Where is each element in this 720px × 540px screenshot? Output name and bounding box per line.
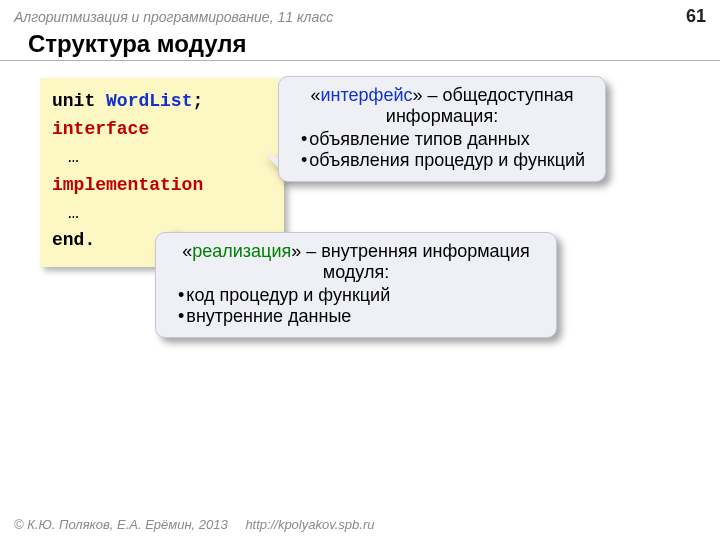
copyright-text: © К.Ю. Поляков, Е.А. Ерёмин, 2013 [14,517,228,532]
quote-open: « [311,85,321,105]
callout-interface: «интерфейс» – общедоступная информация: … [278,76,606,182]
module-name: WordList [106,91,192,111]
title-underline [0,60,720,61]
callout-interface-keyword: интерфейс [321,85,413,105]
keyword-interface: interface [52,116,272,144]
callout-impl-list: код процедур и функций внутренние данные [170,285,542,327]
slide-title: Структура модуля [28,30,246,58]
footer-link: http://kpolyakov.spb.ru [245,517,374,532]
callout-impl-keyword: реализация [192,241,291,261]
ellipsis-1: … [68,144,272,172]
callout-impl-lead: «реализация» – внутренняя информация мод… [170,241,542,283]
page-number: 61 [686,6,706,27]
callout-interface-list: объявление типов данных объявления проце… [293,129,591,171]
ellipsis-2: … [68,200,272,228]
quote-open: « [182,241,192,261]
callout-interface-lead: «интерфейс» – общедоступная информация: [293,85,591,127]
list-item: внутренние данные [178,306,542,327]
keyword-unit: unit [52,91,95,111]
list-item: код процедур и функций [178,285,542,306]
course-label: Алгоритмизация и программирование, 11 кл… [14,9,333,25]
callout-implementation: «реализация» – внутренняя информация мод… [155,232,557,338]
keyword-implementation: implementation [52,172,272,200]
list-item: объявление типов данных [301,129,591,150]
slide-header: Алгоритмизация и программирование, 11 кл… [14,6,706,27]
semicolon: ; [192,91,203,111]
list-item: объявления процедур и функций [301,150,591,171]
slide-footer: © К.Ю. Поляков, Е.А. Ерёмин, 2013 http:/… [14,517,374,532]
code-line-unit: unit WordList; [52,88,272,116]
callout-interface-rest: » – общедоступная информация: [386,85,574,126]
callout-impl-rest: » – внутренняя информация модуля: [291,241,530,282]
